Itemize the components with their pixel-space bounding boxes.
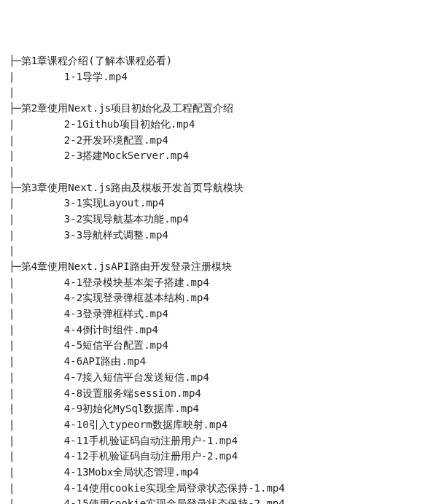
lesson-item: | 4-3登录弹框样式.mp4 xyxy=(9,306,419,322)
spacer-line: | xyxy=(9,164,419,180)
lesson-item: | 4-5短信平台配置.mp4 xyxy=(9,338,419,354)
chapter-title: ├─第1章课程介绍(了解本课程必看) xyxy=(9,53,419,69)
lesson-item: | 4-11手机验证码自动注册用户-1.mp4 xyxy=(9,433,419,449)
lesson-item: | 3-3导航样式调整.mp4 xyxy=(9,228,419,244)
chapter-title: ├─第3章使用Next.js路由及模板开发首页导航模块 xyxy=(9,180,419,196)
lesson-item: | 3-1实现Layout.mp4 xyxy=(9,195,419,212)
lesson-item: | 3-2实现导航基本功能.mp4 xyxy=(9,212,419,228)
chapter-title: ├─第2章使用Next.js项目初始化及工程配置介绍 xyxy=(9,101,419,117)
lesson-item: | 1-1导学.mp4 xyxy=(9,69,419,85)
lesson-item: | 4-7接入短信平台发送短信.mp4 xyxy=(9,370,419,386)
directory-tree: ├─第1章课程介绍(了解本课程必看)| 1-1导学.mp4|├─第2章使用Nex… xyxy=(9,53,419,504)
lesson-item: | 4-8设置服务端session.mp4 xyxy=(9,386,419,402)
lesson-item: | 4-10引入typeorm数据库映射.mp4 xyxy=(9,417,419,433)
lesson-item: | 2-2开发环境配置.mp4 xyxy=(9,133,419,149)
lesson-item: | 4-4倒计时组件.mp4 xyxy=(9,322,419,338)
lesson-item: | 4-12手机验证码自动注册用户-2.mp4 xyxy=(9,449,419,465)
chapter-title: ├─第4章使用Next.jsAPI路由开发登录注册模块 xyxy=(9,259,419,275)
spacer-line: | xyxy=(9,243,419,259)
lesson-item: | 2-1Github项目初始化.mp4 xyxy=(9,117,419,133)
lesson-item: | 4-6API路由.mp4 xyxy=(9,354,419,370)
lesson-item: | 4-15使用cookie实现全局登录状态保持-2.mp4 xyxy=(9,496,419,504)
lesson-item: | 4-2实现登录弹框基本结构.mp4 xyxy=(9,290,419,306)
lesson-item: | 4-13Mobx全局状态管理.mp4 xyxy=(9,465,419,481)
lesson-item: | 4-9初始化MySql数据库.mp4 xyxy=(9,401,419,417)
lesson-item: | 4-14使用cookie实现全局登录状态保持-1.mp4 xyxy=(9,481,419,497)
lesson-item: | 4-1登录模块基本架子搭建.mp4 xyxy=(9,275,419,291)
spacer-line: | xyxy=(9,85,419,101)
lesson-item: | 2-3搭建MockServer.mp4 xyxy=(9,148,419,164)
